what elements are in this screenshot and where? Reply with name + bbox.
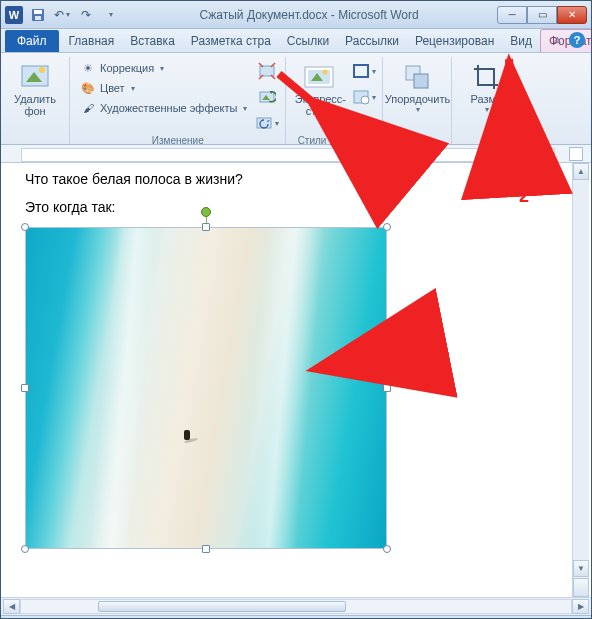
prev-page-button[interactable] (573, 578, 589, 597)
annotation-num-3: 3 (395, 179, 405, 200)
scroll-left-button[interactable]: ◀ (3, 599, 20, 614)
arrange-label: Упорядочить (385, 93, 450, 105)
svg-point-10 (323, 70, 328, 75)
picture-border-button[interactable]: ▾ (352, 59, 376, 83)
group-size: Разме▾ (452, 57, 520, 144)
ruler-toggle-button[interactable] (569, 147, 583, 161)
resize-handle-tr[interactable] (383, 223, 391, 231)
svg-rect-14 (353, 117, 360, 129)
word-app-icon: W (5, 6, 23, 24)
save-icon[interactable] (27, 4, 49, 26)
tab-page-layout[interactable]: Разметка стра (183, 30, 279, 52)
selected-picture[interactable] (25, 227, 387, 549)
tab-insert[interactable]: Вставка (122, 30, 183, 52)
crop-icon (470, 61, 502, 93)
group-change: ☀ Коррекция▾ 🎨 Цвет▾ 🖌 Художественные эф… (70, 57, 286, 144)
express-styles-button[interactable]: Экспресс-стили▾ (292, 57, 348, 130)
h-scroll-track[interactable] (20, 599, 572, 614)
tab-home[interactable]: Главная (61, 30, 123, 52)
close-button[interactable]: ✕ (557, 6, 587, 24)
resize-handle-b[interactable] (202, 545, 210, 553)
tab-review[interactable]: Рецензирован (407, 30, 502, 52)
artistic-label: Художественные эффекты (100, 102, 237, 114)
group-remove-bg: Удалить фон (1, 57, 70, 144)
rotation-handle[interactable] (201, 207, 211, 217)
picture-content (25, 227, 387, 549)
sun-icon: ☀ (80, 60, 96, 76)
tab-view[interactable]: Вид (502, 30, 540, 52)
remove-background-button[interactable]: Удалить фон (7, 57, 63, 121)
palette-icon: 🎨 (80, 80, 96, 96)
svg-rect-1 (34, 10, 42, 14)
scroll-down-button[interactable]: ▼ (573, 560, 589, 577)
remove-bg-label: Удалить фон (14, 93, 56, 117)
doc-line-1: Что такое белая полоса в жизни? (25, 171, 567, 187)
h-scroll-thumb[interactable] (98, 601, 346, 612)
svg-rect-5 (260, 66, 274, 76)
picture-effects-button[interactable]: ▾ (352, 85, 376, 109)
redo-icon[interactable]: ↷ (75, 4, 97, 26)
compress-picture-button[interactable] (255, 59, 279, 83)
express-styles-label: Экспресс-стили (294, 93, 346, 117)
svg-rect-2 (35, 16, 41, 20)
svg-rect-15 (362, 117, 369, 122)
qat-customize-icon[interactable]: ▾ (99, 4, 121, 26)
ribbon-tabs: Файл Главная Вставка Разметка стра Ссылк… (1, 29, 591, 53)
brush-icon: 🖌 (80, 100, 96, 116)
corrections-button[interactable]: ☀ Коррекция▾ (76, 59, 251, 77)
undo-icon[interactable]: ↶▾ (51, 4, 73, 26)
maximize-button[interactable]: ▭ (527, 6, 557, 24)
resize-handle-t[interactable] (202, 223, 210, 231)
ribbon: Удалить фон ☀ Коррекция▾ 🎨 Цвет▾ 🖌 Худож… (1, 53, 591, 145)
svg-point-4 (39, 67, 45, 73)
corrections-label: Коррекция (100, 62, 154, 74)
annotation-num-1: 1 (439, 338, 449, 359)
picture-layout-button[interactable]: ▾ (352, 111, 376, 135)
size-label: Разме (471, 93, 503, 105)
group-arrange: Упорядочить▾ (383, 57, 452, 144)
scroll-up-button[interactable]: ▲ (573, 163, 589, 180)
horizontal-scrollbar: ◀ ▶ (1, 597, 591, 615)
express-styles-icon (304, 61, 336, 93)
doc-line-2: Это когда так: (25, 199, 567, 215)
resize-handle-bl[interactable] (21, 545, 29, 553)
svg-point-13 (361, 96, 369, 104)
arrange-button[interactable]: Упорядочить▾ (389, 57, 445, 118)
vertical-scrollbar[interactable]: ▲ ▼ (572, 163, 589, 597)
tab-file[interactable]: Файл (5, 30, 59, 52)
collapse-ribbon-icon[interactable]: ㅿ (552, 33, 563, 48)
svg-rect-18 (414, 74, 428, 88)
group-styles: Экспресс-стили▾ ▾ ▾ ▾ Стили рисунков (286, 57, 383, 144)
color-label: Цвет (100, 82, 125, 94)
tab-references[interactable]: Ссылки (279, 30, 337, 52)
document-area[interactable]: Что такое белая полоса в жизни? Это когд… (1, 163, 591, 597)
quick-access-toolbar: ↶▾ ↷ ▾ (27, 4, 121, 26)
arrange-icon (401, 61, 433, 93)
color-button[interactable]: 🎨 Цвет▾ (76, 79, 251, 97)
scroll-right-button[interactable]: ▶ (572, 599, 589, 614)
svg-rect-16 (362, 124, 369, 129)
window-title: Сжатый Документ.docx - Microsoft Word (121, 8, 497, 22)
minimize-button[interactable]: ─ (497, 6, 527, 24)
remove-bg-icon (19, 61, 51, 93)
titlebar: W ↶▾ ↷ ▾ Сжатый Документ.docx - Microsof… (1, 1, 591, 29)
svg-rect-11 (354, 65, 368, 77)
annotation-num-2: 2 (519, 186, 529, 207)
status-bar: Страница: 1 из 1 Число слов: 9 ✔ 100% − … (1, 615, 591, 619)
resize-handle-tl[interactable] (21, 223, 29, 231)
resize-handle-r[interactable] (383, 384, 391, 392)
resize-handle-br[interactable] (383, 545, 391, 553)
help-icon[interactable]: ? (569, 32, 585, 48)
change-picture-button[interactable] (255, 85, 279, 109)
reset-picture-button[interactable]: ▾ (255, 111, 279, 135)
size-button[interactable]: Разме▾ (458, 57, 514, 118)
resize-handle-l[interactable] (21, 384, 29, 392)
artistic-effects-button[interactable]: 🖌 Художественные эффекты▾ (76, 99, 251, 117)
window-controls: ─ ▭ ✕ (497, 6, 587, 24)
tab-mailings[interactable]: Рассылки (337, 30, 407, 52)
horizontal-ruler (1, 145, 591, 163)
